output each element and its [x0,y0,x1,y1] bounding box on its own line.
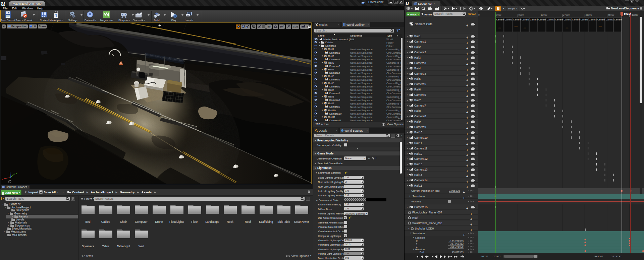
svg-text:36000: 36000 [585,14,592,16]
svg-text:45000: 45000 [608,14,614,16]
svg-text:Camera: Camera [597,18,605,21]
svg-text:Camera: Camera [538,18,546,21]
svg-text:9000: 9000 [519,14,524,16]
svg-text:Camera: Camera [572,18,580,21]
svg-text:0: 0 [478,14,480,16]
svg-text:50914: 50914 [624,12,632,15]
svg-text:Camera: Camera [581,18,589,21]
svg-text:Camera: Camera [606,18,614,21]
svg-text:Camera: Camera [547,18,555,21]
svg-text:Camera: Camera [522,18,530,21]
svg-text:0000: 0000 [496,14,501,16]
svg-text:18000: 18000 [541,14,547,16]
svg-text:Camera: Camera [496,18,504,21]
svg-text:x: x [2,178,3,181]
svg-text:Camera: Camera [564,18,572,21]
svg-text:27000: 27000 [563,14,570,16]
svg-text:Camera: Camera [513,18,521,21]
svg-text:Camera: Camera [530,18,538,21]
svg-text:Camera: Camera [505,18,513,21]
svg-text:54000: 54000 [632,14,639,16]
svg-text:Camera: Camera [614,18,622,21]
svg-text:Y: Y [16,172,17,175]
svg-text:Camera: Camera [555,18,563,21]
svg-text:Camera: Camera [589,18,597,21]
